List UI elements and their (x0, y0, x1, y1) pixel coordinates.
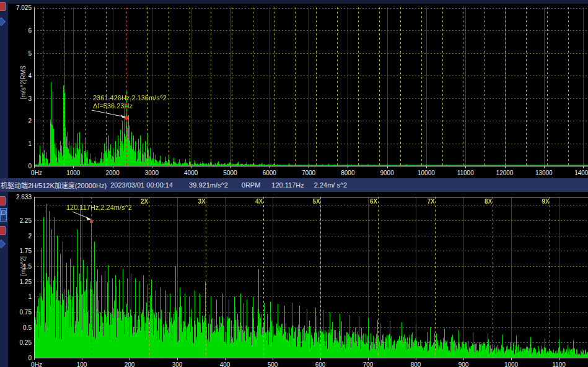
status-bar: 机驱动端2H/512K加速度(20000Hz) 2023/03/01 00:00… (0, 178, 588, 192)
upper-annotation-line1: 2361.426Hz,2.136m/s^2 (93, 94, 167, 102)
red-marker-tool-icon[interactable] (0, 196, 6, 205)
lower-spectrum-plot[interactable] (34, 197, 588, 361)
harmonic-order-label: 7X (427, 198, 434, 205)
x-tick-label: 5000 (223, 170, 237, 176)
lower-spectrum-chart: [m/s^2] 120.117Hz,2.24m/s^2 2.6332.2521.… (0, 192, 588, 367)
window-top-strip (0, 0, 588, 4)
x-tick-label: 1000 (504, 361, 518, 367)
x-tick-label: 900 (459, 361, 469, 367)
measurement-datetime: 2023/03/01 00:00:14 (110, 181, 173, 189)
x-tick-label: 9000 (380, 170, 394, 176)
harmonic-order-label: 4X (255, 198, 263, 205)
x-tick-label: 14000 (574, 170, 588, 176)
x-tick-label: 0Hz (31, 170, 42, 176)
overall-level-value: 39.921m/s^2 (189, 181, 228, 189)
harmonic-order-label: 9X (542, 198, 549, 205)
x-tick-label: 4000 (184, 170, 198, 176)
x-tick-label: 500 (268, 361, 278, 367)
lower-annotation-line1: 120.117Hz,2.24m/s^2 (66, 204, 132, 212)
x-tick-label: 8000 (341, 170, 354, 176)
x-tick-label: 2000 (105, 170, 119, 176)
x-tick-label: 13000 (535, 170, 553, 176)
red-cursor-tool-icon[interactable] (0, 2, 6, 11)
upper-spectrum-chart: [m/s^2]RMS 2361.426Hz,2.136m/s^2 Δf=536.… (0, 4, 588, 178)
red-harmonic-tool-icon[interactable] (0, 226, 6, 235)
cursor-frequency-value: 120.117Hz (271, 181, 304, 189)
x-tick-label: 0Hz (31, 361, 42, 367)
harmonic-order-label: 8X (485, 198, 492, 205)
vibration-analyzer-window: [m/s^2]RMS 2361.426Hz,2.136m/s^2 Δf=536.… (0, 0, 588, 367)
x-tick-label: 600 (315, 361, 326, 367)
move-tool-icon[interactable] (0, 240, 6, 248)
harmonic-order-label: 2X (141, 198, 148, 205)
harmonic-order-label: 3X (198, 198, 205, 205)
x-tick-label: 1000 (66, 170, 80, 176)
x-tick-label: 800 (411, 361, 421, 367)
harmonic-order-label: 6X (370, 198, 377, 205)
x-tick-label: 10000 (418, 170, 435, 176)
upper-spectrum-plot[interactable] (34, 7, 588, 169)
x-tick-label: 300 (172, 361, 183, 367)
x-tick-label: 200 (125, 361, 135, 367)
x-tick-label: 6000 (263, 170, 276, 176)
upper-annotation-line2: Δf=536.23Hz (93, 102, 167, 110)
lower-cursor-annotation: 120.117Hz,2.24m/s^2 (66, 204, 132, 212)
x-tick-label: 3000 (145, 170, 159, 176)
x-tick-label: 400 (220, 361, 230, 367)
channel-info-label: 机驱动端2H/512K加速度(20000Hz) (1, 180, 107, 190)
navigate-tool-icon[interactable] (0, 17, 6, 26)
cursor-marker[interactable] (90, 220, 93, 223)
x-tick-label: 700 (363, 361, 374, 367)
x-tick-label: 7000 (302, 170, 315, 176)
active-band-tool-icon[interactable] (0, 208, 7, 222)
harmonic-order-label: 5X (312, 198, 320, 205)
cursor-amplitude-value: 2.24m/ s^2 (314, 181, 347, 189)
x-tick-label: 100 (77, 361, 87, 367)
x-tick-label: 1100 (552, 361, 566, 367)
x-tick-label: 12000 (496, 170, 514, 176)
x-tick-label: 11000 (457, 170, 474, 176)
upper-y-axis-label: [m/s^2]RMS (20, 66, 27, 99)
upper-cursor-annotation: 2361.426Hz,2.136m/s^2 Δf=536.23Hz (93, 94, 167, 110)
speed-value: 0RPM (242, 181, 261, 189)
cursor-marker[interactable] (125, 116, 128, 119)
